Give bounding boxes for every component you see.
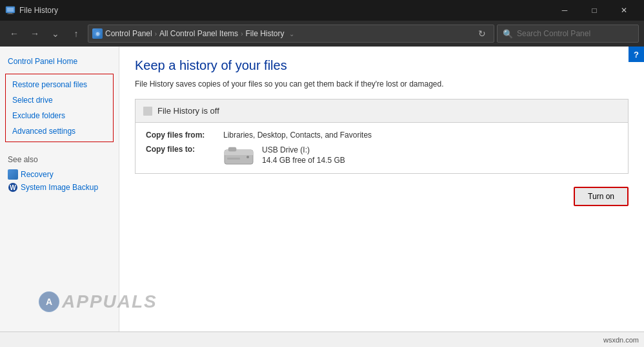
- title-bar: File History ─ □ ✕: [0, 0, 644, 21]
- breadcrumb-icon: ⊕: [92, 28, 103, 39]
- svg-point-12: [247, 156, 249, 158]
- turn-on-row: Turn on: [135, 184, 629, 209]
- svg-rect-1: [7, 8, 14, 12]
- watermark-icon: A: [39, 291, 59, 312]
- sidebar: Control Panel Home Restore personal file…: [0, 47, 119, 331]
- search-input[interactable]: [517, 29, 633, 38]
- watermark: A APPUALS: [39, 291, 157, 312]
- status-text: File History is off: [157, 106, 219, 116]
- copy-from-label: Copy files from:: [146, 131, 223, 140]
- info-grid: Copy files from: Libraries, Desktop, Con…: [136, 123, 628, 173]
- recovery-link[interactable]: Recovery: [8, 168, 111, 181]
- system-image-label: System Image Backup: [21, 183, 98, 192]
- breadcrumb-all-items[interactable]: All Control Panel Items: [159, 29, 238, 38]
- back-button[interactable]: ←: [5, 25, 23, 43]
- address-bar: ← → ⌄ ↑ ⊕ Control Panel › All Control Pa…: [0, 21, 644, 47]
- help-button[interactable]: ?: [629, 47, 644, 62]
- search-icon: 🔍: [503, 29, 513, 39]
- status-bar: wsxdn.com: [0, 331, 644, 347]
- drive-icon: [223, 145, 254, 165]
- breadcrumb-dropdown[interactable]: ⌄: [289, 30, 294, 37]
- breadcrumb-file-history[interactable]: File History: [245, 29, 284, 38]
- svg-rect-3: [7, 14, 14, 14]
- sidebar-item-restore[interactable]: Restore personal files: [6, 77, 113, 92]
- refresh-button[interactable]: ↻: [474, 26, 490, 41]
- title-bar-icon: [5, 5, 15, 16]
- svg-text:W: W: [10, 184, 16, 191]
- status-header: File History is off: [136, 100, 628, 123]
- recovery-label: Recovery: [21, 170, 54, 179]
- breadcrumb: ⊕ Control Panel › All Control Panel Item…: [88, 25, 494, 43]
- watermark-text: APPUALS: [62, 291, 157, 312]
- drive-space: 14.4 GB free of 14.5 GB: [262, 156, 345, 165]
- up-button[interactable]: ↑: [67, 25, 85, 43]
- search-box: 🔍: [497, 25, 639, 43]
- drive-info: USB Drive (I:) 14.4 GB free of 14.5 GB: [262, 145, 345, 165]
- minimize-button[interactable]: ─: [550, 0, 579, 21]
- svg-rect-10: [225, 152, 253, 155]
- sidebar-item-exclude[interactable]: Exclude folders: [6, 108, 113, 123]
- sidebar-item-select-drive[interactable]: Select drive: [6, 92, 113, 108]
- status-indicator: [143, 107, 152, 116]
- svg-rect-13: [227, 158, 240, 160]
- control-panel-home-link[interactable]: Control Panel Home: [0, 54, 119, 68]
- recent-button[interactable]: ⌄: [46, 25, 65, 43]
- window-title: File History: [19, 6, 550, 15]
- copy-from-value: Libraries, Desktop, Contacts, and Favori…: [223, 131, 618, 140]
- sidebar-item-advanced[interactable]: Advanced settings: [6, 123, 113, 139]
- wsxdn-text: wsxdn.com: [603, 336, 639, 344]
- turn-on-button[interactable]: Turn on: [574, 187, 629, 206]
- sidebar-nav: Restore personal files Select drive Excl…: [5, 74, 114, 142]
- main-layout: Control Panel Home Restore personal file…: [0, 47, 644, 331]
- page-title: Keep a history of your files: [135, 58, 629, 73]
- recovery-icon: [8, 169, 18, 180]
- title-bar-controls: ─ □ ✕: [550, 0, 639, 21]
- copy-to-label: Copy files to:: [146, 145, 223, 165]
- see-also-title: See also: [8, 155, 111, 164]
- maximize-button[interactable]: □: [579, 0, 609, 21]
- close-button[interactable]: ✕: [609, 0, 639, 21]
- system-image-icon: W: [8, 182, 18, 193]
- page-description: File History saves copies of your files …: [135, 79, 629, 89]
- sidebar-see-also: See also Recovery W System Image Backup: [0, 155, 119, 194]
- breadcrumb-control-panel[interactable]: Control Panel: [105, 29, 152, 38]
- forward-button[interactable]: →: [26, 25, 44, 43]
- content-area: Keep a history of your files File Histor…: [119, 47, 644, 331]
- drive-name: USB Drive (I:): [262, 145, 345, 154]
- system-image-link[interactable]: W System Image Backup: [8, 181, 111, 194]
- svg-text:⊕: ⊕: [96, 31, 100, 37]
- status-panel: File History is off Copy files from: Lib…: [135, 99, 629, 174]
- svg-rect-11: [228, 147, 236, 151]
- copy-to-row: USB Drive (I:) 14.4 GB free of 14.5 GB: [223, 145, 618, 165]
- svg-text:A: A: [46, 297, 52, 307]
